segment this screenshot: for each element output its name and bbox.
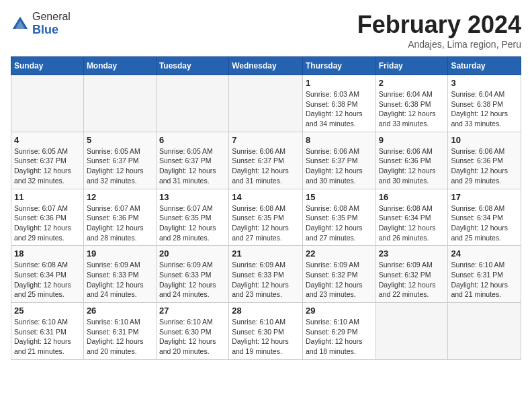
day-number: 9	[379, 135, 445, 145]
calendar-cell: 23Sunrise: 6:09 AMSunset: 6:32 PMDayligh…	[375, 246, 448, 303]
calendar-week-row: 4Sunrise: 6:05 AMSunset: 6:37 PMDaylight…	[11, 132, 521, 189]
day-of-week-header: Saturday	[448, 57, 521, 75]
day-of-week-header: Friday	[375, 57, 448, 75]
day-info: Sunrise: 6:08 AMSunset: 6:35 PMDaylight:…	[232, 203, 300, 243]
day-number: 4	[14, 135, 81, 145]
calendar-header: SundayMondayTuesdayWednesdayThursdayFrid…	[11, 57, 521, 75]
page-header: General Blue February 2024 Andajes, Lima…	[11, 11, 521, 50]
day-number: 13	[159, 192, 226, 202]
day-number: 5	[87, 135, 153, 145]
day-info: Sunrise: 6:06 AMSunset: 6:36 PMDaylight:…	[451, 146, 518, 186]
calendar-cell	[83, 75, 156, 132]
calendar-week-row: 11Sunrise: 6:07 AMSunset: 6:36 PMDayligh…	[11, 189, 521, 246]
calendar-cell: 19Sunrise: 6:09 AMSunset: 6:33 PMDayligh…	[83, 246, 156, 303]
day-number: 14	[232, 192, 300, 202]
calendar-cell: 10Sunrise: 6:06 AMSunset: 6:36 PMDayligh…	[448, 132, 521, 189]
calendar-cell: 6Sunrise: 6:05 AMSunset: 6:37 PMDaylight…	[156, 132, 228, 189]
calendar-week-row: 25Sunrise: 6:10 AMSunset: 6:31 PMDayligh…	[11, 303, 521, 360]
day-info: Sunrise: 6:08 AMSunset: 6:34 PMDaylight:…	[379, 203, 445, 243]
day-info: Sunrise: 6:10 AMSunset: 6:31 PMDaylight:…	[451, 260, 518, 300]
day-of-week-header: Wednesday	[229, 57, 303, 75]
day-number: 11	[14, 192, 81, 202]
day-number: 28	[232, 306, 300, 316]
days-of-week-row: SundayMondayTuesdayWednesdayThursdayFrid…	[11, 57, 521, 75]
title-block: February 2024 Andajes, Lima region, Peru	[357, 11, 521, 50]
day-of-week-header: Tuesday	[156, 57, 228, 75]
day-info: Sunrise: 6:09 AMSunset: 6:33 PMDaylight:…	[232, 260, 300, 300]
day-info: Sunrise: 6:05 AMSunset: 6:37 PMDaylight:…	[14, 146, 81, 186]
logo-icon	[11, 15, 30, 34]
calendar-cell: 15Sunrise: 6:08 AMSunset: 6:35 PMDayligh…	[302, 189, 375, 246]
day-number: 18	[14, 248, 81, 259]
calendar-cell	[156, 75, 228, 132]
day-info: Sunrise: 6:10 AMSunset: 6:30 PMDaylight:…	[232, 317, 300, 357]
day-info: Sunrise: 6:09 AMSunset: 6:32 PMDaylight:…	[306, 260, 373, 300]
calendar-cell: 3Sunrise: 6:04 AMSunset: 6:38 PMDaylight…	[448, 75, 521, 132]
day-info: Sunrise: 6:10 AMSunset: 6:29 PMDaylight:…	[306, 317, 373, 357]
calendar-cell: 17Sunrise: 6:08 AMSunset: 6:34 PMDayligh…	[448, 189, 521, 246]
day-number: 17	[451, 192, 518, 202]
calendar-cell: 1Sunrise: 6:03 AMSunset: 6:38 PMDaylight…	[302, 75, 375, 132]
day-number: 1	[306, 78, 373, 88]
calendar-cell: 8Sunrise: 6:06 AMSunset: 6:37 PMDaylight…	[302, 132, 375, 189]
calendar-cell: 13Sunrise: 6:07 AMSunset: 6:35 PMDayligh…	[156, 189, 228, 246]
day-info: Sunrise: 6:09 AMSunset: 6:33 PMDaylight:…	[159, 260, 226, 300]
day-info: Sunrise: 6:08 AMSunset: 6:34 PMDaylight:…	[14, 260, 81, 300]
calendar-cell: 4Sunrise: 6:05 AMSunset: 6:37 PMDaylight…	[11, 132, 84, 189]
logo-text: General Blue	[32, 11, 71, 37]
day-info: Sunrise: 6:04 AMSunset: 6:38 PMDaylight:…	[451, 89, 518, 129]
calendar-cell: 7Sunrise: 6:06 AMSunset: 6:37 PMDaylight…	[229, 132, 303, 189]
day-number: 20	[159, 248, 226, 259]
calendar-cell: 22Sunrise: 6:09 AMSunset: 6:32 PMDayligh…	[302, 246, 375, 303]
day-info: Sunrise: 6:06 AMSunset: 6:37 PMDaylight:…	[306, 146, 373, 186]
day-info: Sunrise: 6:10 AMSunset: 6:31 PMDaylight:…	[87, 317, 153, 357]
calendar-cell: 28Sunrise: 6:10 AMSunset: 6:30 PMDayligh…	[229, 303, 303, 360]
calendar-cell	[11, 75, 84, 132]
calendar-week-row: 18Sunrise: 6:08 AMSunset: 6:34 PMDayligh…	[11, 246, 521, 303]
day-info: Sunrise: 6:05 AMSunset: 6:37 PMDaylight:…	[87, 146, 153, 186]
calendar-cell: 18Sunrise: 6:08 AMSunset: 6:34 PMDayligh…	[11, 246, 84, 303]
day-number: 16	[379, 192, 445, 202]
month-year-title: February 2024	[357, 11, 521, 39]
day-number: 19	[87, 248, 153, 259]
calendar-cell: 26Sunrise: 6:10 AMSunset: 6:31 PMDayligh…	[83, 303, 156, 360]
day-info: Sunrise: 6:10 AMSunset: 6:31 PMDaylight:…	[14, 317, 81, 357]
calendar-cell: 25Sunrise: 6:10 AMSunset: 6:31 PMDayligh…	[11, 303, 84, 360]
day-number: 25	[14, 306, 81, 316]
day-number: 2	[379, 78, 445, 88]
day-info: Sunrise: 6:08 AMSunset: 6:35 PMDaylight:…	[306, 203, 373, 243]
calendar-cell: 16Sunrise: 6:08 AMSunset: 6:34 PMDayligh…	[375, 189, 448, 246]
day-info: Sunrise: 6:05 AMSunset: 6:37 PMDaylight:…	[159, 146, 226, 186]
calendar-week-row: 1Sunrise: 6:03 AMSunset: 6:38 PMDaylight…	[11, 75, 521, 132]
calendar-cell: 21Sunrise: 6:09 AMSunset: 6:33 PMDayligh…	[229, 246, 303, 303]
calendar-cell: 11Sunrise: 6:07 AMSunset: 6:36 PMDayligh…	[11, 189, 84, 246]
calendar-cell	[229, 75, 303, 132]
calendar-cell	[448, 303, 521, 360]
calendar-cell: 5Sunrise: 6:05 AMSunset: 6:37 PMDaylight…	[83, 132, 156, 189]
day-info: Sunrise: 6:03 AMSunset: 6:38 PMDaylight:…	[306, 89, 373, 129]
day-number: 29	[306, 306, 373, 316]
calendar-cell	[375, 303, 448, 360]
day-number: 15	[306, 192, 373, 202]
calendar-cell: 14Sunrise: 6:08 AMSunset: 6:35 PMDayligh…	[229, 189, 303, 246]
calendar-cell: 12Sunrise: 6:07 AMSunset: 6:36 PMDayligh…	[83, 189, 156, 246]
day-of-week-header: Thursday	[302, 57, 375, 75]
day-number: 12	[87, 192, 153, 202]
logo-blue-word: Blue	[32, 23, 71, 37]
day-info: Sunrise: 6:07 AMSunset: 6:35 PMDaylight:…	[159, 203, 226, 243]
day-info: Sunrise: 6:04 AMSunset: 6:38 PMDaylight:…	[379, 89, 445, 129]
day-info: Sunrise: 6:09 AMSunset: 6:32 PMDaylight:…	[379, 260, 445, 300]
calendar-cell: 20Sunrise: 6:09 AMSunset: 6:33 PMDayligh…	[156, 246, 228, 303]
calendar-table: SundayMondayTuesdayWednesdayThursdayFrid…	[11, 56, 521, 360]
logo-general-text: General	[32, 11, 71, 22]
day-number: 8	[306, 135, 373, 145]
day-info: Sunrise: 6:10 AMSunset: 6:30 PMDaylight:…	[159, 317, 226, 357]
day-number: 7	[232, 135, 300, 145]
day-number: 21	[232, 248, 300, 259]
calendar-cell: 27Sunrise: 6:10 AMSunset: 6:30 PMDayligh…	[156, 303, 228, 360]
logo: General Blue	[11, 11, 71, 37]
day-info: Sunrise: 6:07 AMSunset: 6:36 PMDaylight:…	[87, 203, 153, 243]
calendar-cell: 2Sunrise: 6:04 AMSunset: 6:38 PMDaylight…	[375, 75, 448, 132]
day-number: 10	[451, 135, 518, 145]
calendar-cell: 29Sunrise: 6:10 AMSunset: 6:29 PMDayligh…	[302, 303, 375, 360]
